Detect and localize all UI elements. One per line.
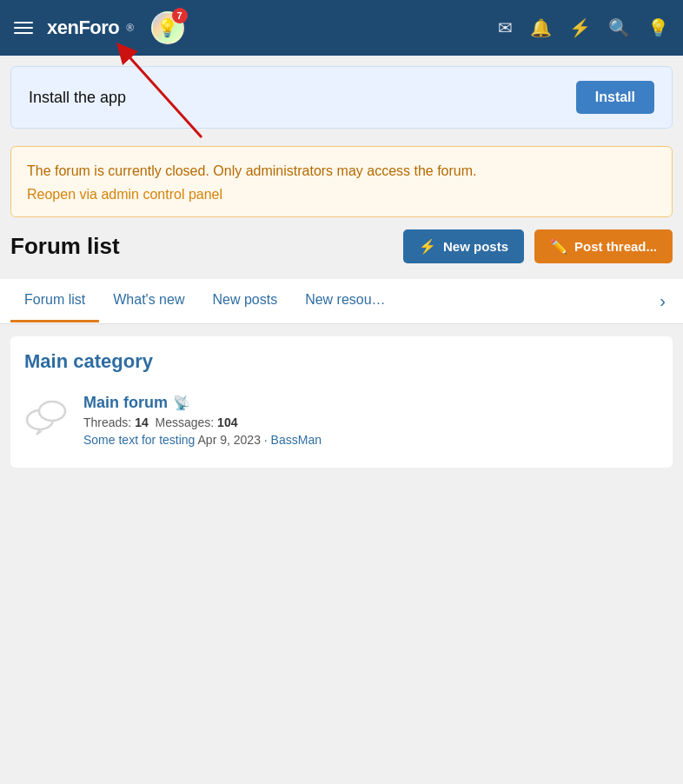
install-button[interactable]: Install: [576, 81, 654, 114]
post-thread-button[interactable]: ✏️ Post thread...: [534, 229, 673, 263]
reopen-link[interactable]: Reopen via admin control panel: [27, 187, 222, 202]
main-header: xenForo ® 💡 7 ✉ 🔔 ⚡ 🔍 💡: [0, 0, 683, 56]
edit-icon: ✏️: [550, 238, 567, 255]
brand-name: xenForo: [47, 17, 119, 39]
install-banner: Install the app Install: [10, 66, 673, 129]
main-content: Install the app Install The forum is cur…: [0, 56, 683, 478]
tabs-bar: Forum list What's new New posts New reso…: [0, 279, 683, 324]
alerts-icon[interactable]: 🔔: [530, 17, 552, 38]
last-post-date: Apr 9, 2023: [198, 433, 261, 447]
tab-forum-list-label: Forum list: [24, 292, 85, 307]
install-banner-text: Install the app: [29, 89, 126, 107]
new-posts-label: New posts: [443, 239, 508, 254]
forum-last-post: Some text for testing Apr 9, 2023 · Bass…: [83, 433, 659, 447]
tab-whats-new-label: What's new: [113, 292, 184, 307]
notice-message: The forum is currently closed. Only admi…: [27, 161, 656, 182]
tab-new-posts-label: New posts: [212, 292, 277, 307]
brand-logo[interactable]: xenForo ®: [47, 17, 134, 39]
tab-new-resources-label: New resou…: [305, 292, 385, 307]
threads-count: 14: [135, 415, 149, 429]
header-icons-group: ✉ 🔔 ⚡ 🔍 💡: [498, 17, 669, 38]
tab-forum-list[interactable]: Forum list: [10, 280, 99, 322]
forum-details: Main forum 📡 Threads: 14 Messages: 104 S…: [83, 394, 659, 447]
post-thread-label: Post thread...: [574, 239, 657, 254]
tab-whats-new[interactable]: What's new: [99, 280, 198, 322]
zap-icon: ⚡: [419, 238, 436, 255]
user-avatar-wrapper[interactable]: 💡 7: [151, 11, 184, 44]
tab-new-posts[interactable]: New posts: [198, 280, 291, 322]
account-icon[interactable]: 💡: [647, 17, 669, 38]
main-category-section: Main category Main forum 📡 Threads: 14 M…: [10, 336, 673, 468]
forum-list-header: Forum list ⚡ New posts ✏️ Post thread...: [10, 226, 673, 270]
last-post-link[interactable]: Some text for testing: [83, 433, 195, 447]
forum-item: Main forum 📡 Threads: 14 Messages: 104 S…: [24, 387, 659, 454]
whats-new-icon[interactable]: ⚡: [569, 17, 591, 38]
hamburger-menu-button[interactable]: [14, 22, 33, 34]
messages-icon[interactable]: ✉: [498, 17, 513, 38]
registered-mark: ®: [126, 22, 133, 34]
search-icon[interactable]: 🔍: [608, 17, 630, 38]
tabs-more-button[interactable]: ›: [653, 279, 673, 323]
messages-count: 104: [217, 415, 237, 429]
notification-badge: 7: [172, 8, 188, 23]
forum-name-row: Main forum 📡: [83, 394, 659, 412]
rss-icon[interactable]: 📡: [173, 395, 190, 411]
last-post-user-link[interactable]: BassMan: [271, 433, 322, 447]
forum-meta: Threads: 14 Messages: 104: [83, 415, 659, 429]
tab-new-resources[interactable]: New resou…: [291, 280, 399, 322]
chat-bubbles-icon: [24, 394, 70, 439]
category-title: Main category: [24, 350, 659, 373]
forum-closed-notice: The forum is currently closed. Only admi…: [10, 146, 673, 217]
new-posts-button[interactable]: ⚡ New posts: [403, 229, 524, 263]
forum-list-title: Forum list: [10, 233, 393, 260]
forum-name-link[interactable]: Main forum: [83, 394, 168, 412]
svg-point-2: [39, 402, 65, 421]
forum-icon: [24, 394, 70, 439]
